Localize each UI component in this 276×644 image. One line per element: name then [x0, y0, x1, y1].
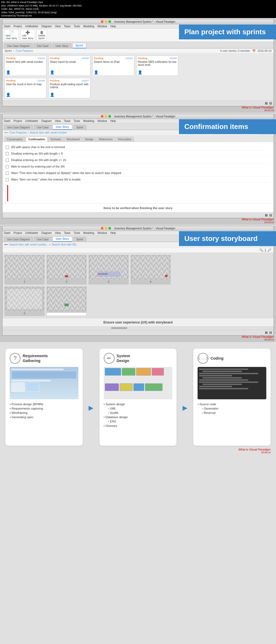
- window-close-btn-3[interactable]: [101, 227, 104, 230]
- tab2-sprint[interactable]: Sprint: [73, 125, 86, 130]
- menu-team-2[interactable]: Team: [64, 120, 70, 122]
- story-card-us002[interactable]: Pending US002 Search items on iPad. 👤: [92, 56, 134, 76]
- tab2-use-case-diagram[interactable]: Use Case Diagram: [4, 125, 33, 130]
- zoom-out-icon[interactable]: 🔎: [267, 248, 271, 252]
- storyboard-frame-5[interactable]: 5: [5, 287, 44, 316]
- conf-tab-references[interactable]: References: [96, 137, 115, 142]
- menu-dash-3[interactable]: Dash: [4, 231, 10, 234]
- conf-checkbox-3[interactable]: [6, 159, 9, 162]
- horizontal-scrollbar-3[interactable]: [2, 326, 274, 330]
- breadcrumb-search-item-2[interactable]: Search item with serial number: [30, 131, 67, 134]
- story-card-us009[interactable]: Pending US009 Receive SMS notification f…: [136, 56, 178, 76]
- bottom-icon-6[interactable]: ⊟: [269, 331, 272, 335]
- conf-checkbox-4[interactable]: [6, 165, 9, 168]
- menu-dash[interactable]: Dash: [4, 25, 10, 28]
- tab3-user-story[interactable]: User Story: [53, 236, 72, 242]
- menu-view-3[interactable]: View: [55, 231, 61, 234]
- tab-user-story[interactable]: User Story: [53, 43, 71, 48]
- window-maximize-btn-2[interactable]: [108, 115, 111, 118]
- breadcrumb-icon-2: ⟵: [5, 131, 8, 134]
- menu-ucmodeler-2[interactable]: UcModeler: [25, 120, 38, 122]
- window-maximize-btn[interactable]: [108, 20, 111, 23]
- conf-tab-conversation[interactable]: Conversation: [5, 137, 25, 142]
- tab3-sprint[interactable]: Sprint: [73, 237, 86, 242]
- tab3-use-case-diagram[interactable]: Use Case Diagram: [4, 237, 33, 242]
- menu-modeling-2[interactable]: Modeling: [83, 120, 94, 122]
- conf-tab-description[interactable]: Description: [116, 137, 134, 142]
- conf-tab-design[interactable]: Design: [83, 137, 96, 142]
- menu-dash-2[interactable]: Dash: [4, 120, 10, 122]
- storyboard-back-icon[interactable]: ⟵: [5, 243, 8, 246]
- menu-project-2[interactable]: Project: [13, 120, 22, 122]
- storyboard-breadcrumb-1[interactable]: Search item with serial number...: [9, 243, 49, 246]
- card-req-item-1: Process design (BPMN): [10, 402, 78, 406]
- window-minimize-btn[interactable]: [105, 20, 107, 23]
- zoom-in-icon[interactable]: 🔍: [259, 248, 263, 252]
- bottom-icon-2[interactable]: ⊟: [269, 101, 272, 105]
- menu-help-2[interactable]: Help: [110, 120, 116, 122]
- storyboard-frame-1[interactable]: 1: [5, 255, 44, 284]
- breadcrumb-core-features-2[interactable]: Core Features: [9, 131, 27, 134]
- conf-tab-storyboard[interactable]: Storyboard: [64, 137, 82, 142]
- tab-sprint[interactable]: Sprint: [73, 43, 86, 48]
- menu-project[interactable]: Project: [13, 25, 22, 28]
- window-maximize-btn-3[interactable]: [108, 227, 111, 230]
- menu-diagram[interactable]: Diagram: [42, 25, 52, 28]
- tab3-use-case[interactable]: Use Case: [34, 237, 51, 242]
- conf-checkbox-6[interactable]: [6, 178, 9, 181]
- menu-view[interactable]: View: [55, 25, 61, 28]
- storyboard-frame-6[interactable]: [47, 287, 87, 316]
- tab2-use-case[interactable]: Use Case: [34, 125, 51, 130]
- card-coding-item-reversal: Reversal: [202, 411, 266, 415]
- menu-project-3[interactable]: Project: [13, 231, 22, 234]
- story-card-us006[interactable]: Pending US006 View the result in form of…: [5, 78, 46, 98]
- tab2-user-story[interactable]: User Story: [53, 124, 72, 130]
- conf-checkbox-1[interactable]: [6, 146, 9, 149]
- coding-screenshot-mockup: [198, 367, 266, 399]
- bottom-icon-4[interactable]: ⊟: [269, 213, 272, 217]
- bottom-icon-1[interactable]: ⊞: [265, 101, 268, 105]
- storyboard-frame-2[interactable]: 2: [47, 255, 87, 284]
- window-close-btn[interactable]: [101, 20, 104, 23]
- window-minimize-btn-2[interactable]: [105, 115, 107, 118]
- menu-ucmodeler[interactable]: UcModeler: [25, 25, 38, 28]
- menu-tools-2[interactable]: Tools: [74, 120, 80, 122]
- tab-use-case-diagram[interactable]: Use Case Diagram: [4, 43, 33, 48]
- sprint-core-features[interactable]: Core Features: [16, 49, 33, 52]
- menu-window[interactable]: Window: [98, 25, 107, 28]
- menu-tools[interactable]: Tools: [74, 25, 80, 28]
- conf-tab-confirmation[interactable]: Confirmation: [26, 137, 47, 142]
- menu-team-3[interactable]: Team: [64, 231, 70, 234]
- delete-sprint-btn[interactable]: 🗑 DeleteSprint: [37, 30, 47, 40]
- storyboard-breadcrumb-2[interactable]: Search item with SN...: [51, 243, 78, 246]
- section-storyboard: User story storyboard Inventory Manageme…: [0, 226, 276, 342]
- bottom-icon-5[interactable]: ⊞: [265, 331, 268, 335]
- conf-checkbox-5[interactable]: [6, 172, 9, 175]
- menu-team[interactable]: Team: [64, 25, 70, 28]
- menu-modeling-3[interactable]: Modeling: [83, 231, 94, 234]
- conf-checkbox-2[interactable]: [6, 152, 9, 155]
- menu-diagram-3[interactable]: Diagram: [42, 231, 52, 234]
- window-close-btn-2[interactable]: [101, 115, 104, 118]
- window-minimize-btn-3[interactable]: [105, 227, 107, 230]
- new-user-story-btn[interactable]: 📄 NewUser Story: [4, 30, 19, 40]
- menu-tools-3[interactable]: Tools: [74, 231, 80, 234]
- menu-view-2[interactable]: View: [55, 120, 61, 122]
- story-card-us001[interactable]: Pending US001 Search item with serial nu…: [5, 56, 46, 76]
- menu-modeling[interactable]: Modeling: [83, 25, 94, 28]
- add-user-story-btn[interactable]: ➕ AddUser Story: [20, 30, 35, 40]
- menu-window-2[interactable]: Window: [98, 120, 107, 122]
- menu-ucmodeler-3[interactable]: UcModeler: [25, 231, 38, 234]
- storyboard-frame-3[interactable]: 3: [89, 255, 129, 284]
- menu-help[interactable]: Help: [110, 25, 116, 28]
- story-card-us007[interactable]: Pending US007 Produce audit trailing rep…: [49, 78, 90, 98]
- bottom-icon-3[interactable]: ⊞: [265, 213, 268, 217]
- menu-help-3[interactable]: Help: [110, 231, 116, 234]
- menu-window-3[interactable]: Window: [98, 231, 107, 234]
- storyboard-frame-4[interactable]: 4: [131, 255, 171, 284]
- menu-diagram-2[interactable]: Diagram: [42, 120, 52, 122]
- story-card-us008[interactable]: Pending US008 Share report by email. 👤: [49, 56, 90, 76]
- sprint-date: 2016-05-19: [258, 49, 271, 52]
- conf-tab-scenario[interactable]: Scenario: [48, 137, 63, 142]
- tab-use-case[interactable]: Use Case: [34, 43, 51, 48]
